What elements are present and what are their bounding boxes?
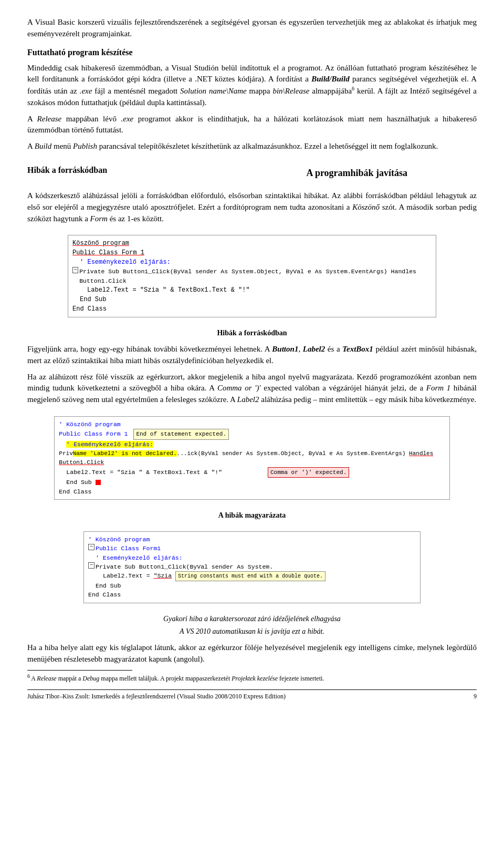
code3-line-4-wrap: − Private Sub Button1_Click(ByVal sender…: [88, 562, 416, 571]
code-block-1-container: Köszönő program Public Class Form 1 ' Es…: [27, 230, 477, 323]
italic-caption-2: A VS 2010 automatikusan ki is javítja ez…: [27, 626, 477, 637]
col-right-javítás: A programhibák javítása: [240, 158, 474, 185]
section-hibák-title: Hibák a forráskódban: [27, 164, 229, 176]
section-futtatható: Futtatható program készítése: [27, 46, 477, 58]
figure2-caption: A hibák magyarázata: [27, 510, 477, 521]
tooltip-comma: Comma or ')' expected.: [268, 467, 349, 478]
para-ha-hiba: Ha a hiba helye alatt egy kis téglalapot…: [27, 642, 477, 665]
footer: Juhász Tibor–Kiss Zsolt: Ismerkedés a fe…: [27, 689, 477, 701]
code3-line-2-wrap: − Public Class Form1: [88, 544, 416, 553]
code-line-4: Private Sub Button1_Click(ByVal sender A…: [79, 267, 432, 285]
footnote-divider: [27, 670, 132, 671]
code-block-1: Köszönő program Public Class Form 1 ' Es…: [68, 235, 436, 317]
code-block-3: ' Köszönő program − Public Class Form1 '…: [83, 531, 421, 603]
code-line-2: Public Class Form 1: [72, 248, 432, 257]
code-block-3-container: ' Köszönő program − Public Class Form1 '…: [27, 526, 477, 609]
collapse-btn-2[interactable]: −: [88, 544, 94, 550]
code3-line-3: ' Eseménykezelő eljárás:: [88, 553, 416, 562]
code3-line-2: Public Class Form1: [96, 544, 161, 553]
footnote-content: A Release mappát a Debug mappa mellett t…: [31, 675, 324, 682]
code3-line-6: End Sub: [88, 581, 416, 590]
para-futtatható: Mindeddig csak hibakereső üzemmódban, a …: [27, 63, 477, 109]
code2-line-2: Public Class Form 1 End of statement exp…: [59, 429, 445, 440]
code2-line-1: ' Köszönő program: [59, 420, 445, 429]
two-column-section: Hibák a forráskódban A programhibák javí…: [27, 158, 477, 185]
italic-caption-1: Gyakori hiba a karaktersorozat záró idéz…: [27, 614, 477, 624]
code-line-4-wrap: − Private Sub Button1_Click(ByVal sender…: [72, 267, 432, 285]
figure1-caption: Hibák a forráskódban: [27, 328, 477, 338]
code-line-1: Köszönő program: [72, 239, 432, 248]
footnote-text: 6 A Release mappát a Debug mappa mellett…: [27, 673, 477, 683]
para-release: A Release mappában lévő .exe programot a…: [27, 114, 477, 137]
code2-line-4: PrivName 'Label2' is not declared....ick…: [59, 449, 445, 467]
section-javítás-title: A programhibák javítása: [240, 166, 474, 180]
code-line-6: End Sub: [72, 295, 432, 304]
para-hibák-intro: A kódszerkesztő aláhúzással jelöli a for…: [27, 190, 477, 224]
code-block-2: ' Köszönő program Public Class Form 1 En…: [54, 416, 449, 500]
code-line-3: ' Eseménykezelő eljárás:: [72, 257, 432, 267]
code2-line-6: End Sub: [59, 478, 445, 487]
code3-line-1: ' Köszönő program: [88, 535, 416, 544]
code-block-2-container: ' Köszönő program Public Class Form 1 En…: [27, 411, 477, 505]
para-publish: A Build menü Publish parancsával telepít…: [27, 141, 477, 152]
collapse-btn[interactable]: −: [72, 267, 78, 273]
code3-line-7: End Class: [88, 590, 416, 599]
code2-line-5: Label2.Text = "Szia " & TextBox1.Text & …: [59, 467, 445, 478]
intro-paragraph: A Visual Basic korszerű vizuális fejlesz…: [27, 17, 477, 40]
col-left-hibák: Hibák a forráskódban: [27, 158, 229, 180]
code-line-7: End Class: [72, 304, 432, 314]
tooltip-string-const: String constants must end with a double …: [175, 571, 326, 581]
code3-line-4: Private Sub Button1_Click(ByVal sender A…: [96, 562, 273, 571]
footer-right: 9: [474, 692, 477, 701]
footnote-number: 6: [27, 673, 30, 679]
para-ha-aláhúzott: Ha az aláhúzott rész fölé visszük az egé…: [27, 372, 477, 406]
footer-left: Juhász Tibor–Kiss Zsolt: Ismerkedés a fe…: [27, 692, 286, 701]
code2-line-7: End Class: [59, 487, 445, 496]
code3-line-5: Label2.Text = "Szia String constants mus…: [88, 571, 416, 581]
code2-line-3: ' Eseménykezelő eljárás:: [59, 440, 445, 449]
text-futtatható1: Mindeddig csak hibakereső üzemmódban, a …: [27, 64, 477, 107]
footnote-ref-6: 6: [352, 86, 354, 91]
collapse-btn-3[interactable]: −: [88, 562, 94, 569]
code-line-5: Label2.Text = "Szia " & TextBox1.Text & …: [72, 285, 432, 295]
para-figyeljünk: Figyeljünk arra, hogy egy-egy hibának to…: [27, 344, 477, 367]
tooltip-end-of-statement: End of statement expected.: [133, 429, 229, 440]
red-box-icon: [96, 480, 101, 485]
